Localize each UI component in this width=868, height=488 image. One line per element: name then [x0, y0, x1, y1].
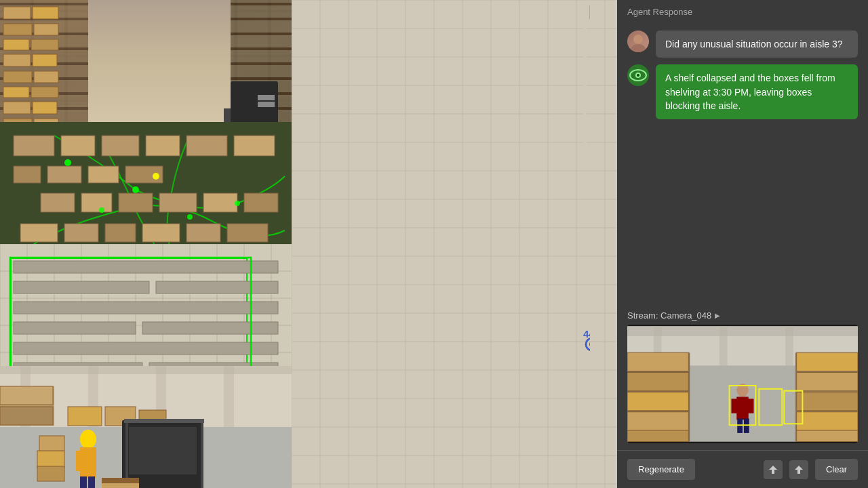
camera-feed-2[interactable]	[0, 122, 292, 244]
stream-thumbnail[interactable]	[627, 325, 858, 443]
camera-feed-1[interactable]	[0, 0, 292, 122]
camera-feed-3[interactable]	[0, 244, 292, 366]
agent-avatar	[627, 64, 649, 86]
svg-rect-97	[80, 476, 87, 488]
svg-rect-84	[201, 419, 203, 488]
svg-rect-294	[797, 392, 858, 411]
svg-rect-38	[244, 193, 278, 212]
svg-rect-95	[76, 451, 84, 471]
user-message-bubble: Did any unusual situation occur in aisle…	[656, 30, 858, 58]
svg-rect-36	[159, 193, 197, 212]
svg-rect-90	[102, 478, 139, 483]
agent-messages: Did any unusual situation occur in aisle…	[617, 24, 868, 307]
svg-rect-19	[258, 102, 275, 107]
svg-rect-85	[124, 419, 204, 423]
user-message-row: Did any unusual situation occur in aisle…	[627, 30, 858, 58]
play-icon[interactable]: ▶	[715, 312, 720, 319]
thumbs-up-button[interactable]	[789, 460, 808, 479]
svg-rect-295	[797, 412, 858, 430]
svg-rect-286	[627, 352, 688, 371]
user-avatar	[627, 30, 649, 52]
svg-point-277	[637, 74, 639, 77]
svg-rect-60	[14, 302, 278, 314]
svg-rect-292	[797, 352, 858, 371]
svg-rect-76	[0, 386, 53, 405]
stream-label: Stream: Camera_048 ▶	[627, 310, 858, 321]
svg-rect-4	[3, 39, 29, 50]
svg-rect-10	[3, 87, 29, 98]
svg-rect-298	[736, 396, 748, 420]
svg-point-56	[153, 173, 159, 180]
svg-point-274	[631, 44, 646, 52]
svg-rect-2	[3, 24, 32, 35]
svg-rect-43	[186, 224, 220, 242]
svg-rect-301	[737, 419, 743, 433]
svg-rect-287	[627, 373, 688, 391]
user-message-text: Did any unusual situation occur in aisle…	[665, 39, 843, 49]
clear-button[interactable]: Clear	[815, 459, 858, 480]
svg-point-51	[132, 186, 139, 193]
svg-rect-30	[47, 166, 81, 183]
map-svg: 36 6 31 15 38 0	[292, 0, 590, 488]
camera-feed-4[interactable]	[0, 366, 292, 488]
regenerate-button[interactable]: Regenerate	[627, 459, 695, 480]
agent-header-label: Agent Response	[627, 7, 692, 17]
svg-rect-61	[14, 322, 136, 334]
svg-rect-69	[0, 366, 292, 374]
svg-rect-11	[31, 87, 58, 98]
svg-rect-302	[744, 419, 749, 433]
svg-rect-77	[0, 407, 53, 425]
svg-rect-62	[142, 322, 278, 334]
svg-point-52	[187, 214, 193, 220]
svg-rect-91	[102, 483, 139, 488]
svg-rect-83	[125, 419, 128, 488]
agent-message-bubble: A shelf collapsed and the boxes fell fro…	[656, 64, 858, 119]
map-panel: 36 6 31 15 38 0	[292, 0, 617, 488]
svg-rect-40	[64, 224, 98, 242]
svg-rect-39	[20, 224, 58, 242]
svg-rect-282	[719, 327, 728, 366]
svg-rect-26	[146, 136, 180, 156]
svg-rect-37	[203, 193, 237, 212]
agent-message-text: A shelf collapsed and the boxes fell fro…	[665, 73, 835, 111]
svg-rect-288	[627, 392, 688, 411]
svg-rect-1	[33, 7, 58, 19]
agent-message-row: A shelf collapsed and the boxes fell fro…	[627, 64, 858, 119]
svg-rect-58	[14, 281, 149, 293]
svg-rect-42	[142, 224, 180, 242]
svg-rect-102	[583, 7, 587, 169]
svg-rect-283	[785, 327, 793, 366]
svg-point-93	[80, 430, 96, 449]
stream-label-text: Stream: Camera_048	[627, 310, 711, 321]
svg-rect-78	[68, 407, 102, 426]
svg-rect-59	[156, 281, 278, 293]
svg-rect-41	[105, 224, 136, 242]
svg-rect-100	[39, 436, 64, 451]
svg-rect-12	[3, 102, 31, 114]
agent-panel: Agent Response Did any unusual situation…	[617, 0, 868, 488]
svg-rect-18	[258, 95, 275, 100]
svg-rect-17	[224, 108, 231, 122]
svg-rect-299	[731, 399, 738, 413]
svg-rect-31	[88, 166, 119, 183]
svg-point-224	[589, 342, 590, 347]
svg-rect-99	[37, 451, 64, 468]
svg-rect-96	[88, 451, 96, 471]
svg-rect-293	[797, 373, 858, 391]
svg-rect-27	[186, 136, 227, 156]
svg-rect-0	[3, 7, 31, 19]
thumbs-down-button[interactable]	[764, 460, 783, 479]
svg-rect-23	[14, 136, 54, 156]
svg-rect-24	[61, 136, 95, 156]
svg-point-273	[633, 35, 643, 44]
svg-rect-44	[227, 224, 268, 242]
svg-rect-6	[3, 54, 31, 66]
svg-rect-13	[33, 102, 57, 114]
svg-rect-98	[88, 476, 95, 488]
svg-rect-35	[119, 193, 153, 212]
svg-rect-82	[129, 427, 197, 474]
svg-rect-28	[234, 136, 275, 156]
svg-rect-33	[41, 193, 75, 212]
svg-rect-7	[33, 54, 57, 66]
svg-rect-289	[627, 412, 688, 430]
